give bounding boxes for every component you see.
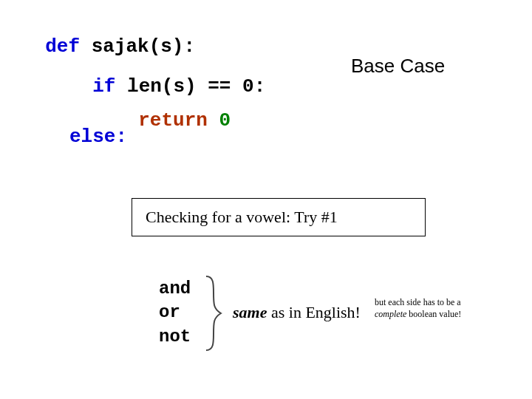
code-line-else: else:	[69, 126, 127, 148]
same-rest: as in English!	[267, 303, 361, 321]
code-line-def: def sajak(s):	[22, 13, 195, 58]
boolean-ops: and or not	[159, 277, 191, 349]
tiny-note-line1: but each side has to be a	[375, 297, 504, 309]
code-return-sp	[208, 109, 219, 132]
op-not: not	[159, 325, 191, 349]
literal-zero: 0	[219, 109, 231, 132]
tiny-note: but each side has to be a complete boole…	[375, 297, 504, 320]
op-and: and	[159, 277, 191, 301]
vowel-box: Checking for a vowel: Try #1	[132, 198, 426, 236]
same-as-english: same as in English!	[233, 303, 361, 322]
code-line-return: return 0	[115, 87, 231, 132]
tiny-note-line2: complete boolean value!	[375, 309, 504, 321]
tiny-note-rest: boolean value!	[406, 309, 461, 319]
op-or: or	[159, 301, 191, 324]
keyword-if: if	[92, 75, 115, 98]
curly-brace-icon	[203, 275, 224, 355]
keyword-return: return	[138, 109, 208, 132]
tiny-note-complete: complete	[375, 309, 406, 319]
base-case-label: Base Case	[351, 55, 445, 78]
same-bold-italic: same	[233, 303, 267, 321]
